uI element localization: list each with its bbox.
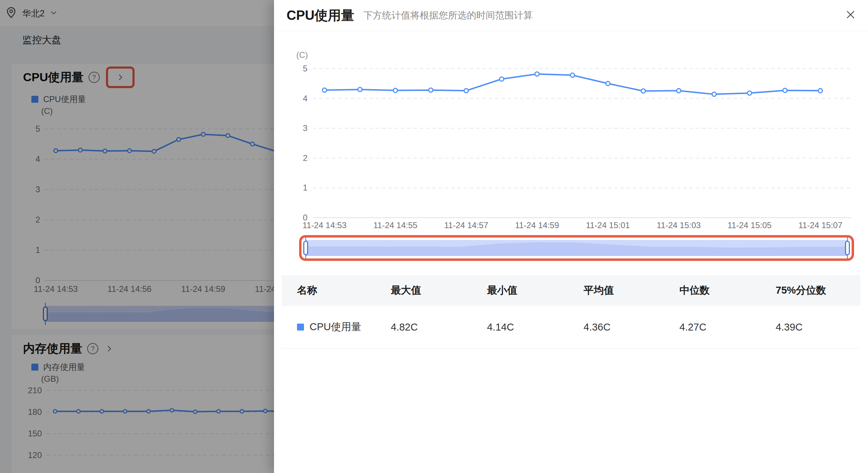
annotation-box-brush: [299, 235, 854, 261]
screen: 华北2 监控大盘 CPU使用量 CPU使用量 (C) 01234511-24 1…: [0, 0, 868, 473]
avg-value: 4.36C: [584, 321, 679, 333]
col-header-p75: 75%分位数: [776, 284, 860, 297]
col-header-min: 最小值: [487, 284, 584, 297]
svg-text:11-24 14:53: 11-24 14:53: [303, 220, 347, 230]
time-range-brush[interactable]: [306, 240, 847, 256]
svg-text:11-24 15:03: 11-24 15:03: [657, 220, 701, 230]
col-header-avg: 平均值: [584, 284, 679, 297]
svg-text:2: 2: [303, 153, 307, 163]
median-value: 4.27C: [679, 321, 776, 333]
col-header-name: 名称: [297, 284, 391, 297]
table-row: CPU使用量 4.82C 4.14C 4.36C 4.27C 4.39C: [282, 306, 860, 349]
cpu-usage-detail-chart: 01234511-24 14:5311-24 14:5511-24 14:571…: [274, 31, 868, 234]
statistics-table: 名称 最大值 最小值 平均值 中位数 75%分位数 CPU使用量 4.82C 4…: [282, 275, 860, 349]
series-name: CPU使用量: [310, 320, 361, 334]
modal-header: CPU使用量 下方统计值将根据您所选的时间范围计算: [274, 0, 868, 31]
svg-text:11-24 15:01: 11-24 15:01: [586, 220, 630, 230]
svg-text:11-24 15:07: 11-24 15:07: [798, 220, 842, 230]
svg-text:11-24 14:55: 11-24 14:55: [373, 220, 417, 230]
svg-text:4: 4: [303, 94, 307, 103]
modal-title: CPU使用量: [287, 7, 354, 24]
p75-value: 4.39C: [776, 321, 860, 333]
close-icon: [845, 9, 856, 21]
modal-subtitle: 下方统计值将根据您所选的时间范围计算: [363, 9, 533, 22]
svg-text:11-24 14:59: 11-24 14:59: [515, 220, 559, 230]
series-swatch: [297, 324, 304, 331]
close-button[interactable]: [842, 6, 859, 23]
svg-text:3: 3: [303, 123, 307, 133]
svg-text:5: 5: [303, 64, 307, 73]
col-header-max: 最大值: [391, 284, 487, 297]
svg-text:11-24 15:05: 11-24 15:05: [728, 220, 771, 230]
table-header-row: 名称 最大值 最小值 平均值 中位数 75%分位数: [282, 275, 860, 306]
max-value: 4.82C: [391, 321, 487, 333]
svg-text:11-24 14:57: 11-24 14:57: [444, 220, 488, 230]
cpu-usage-detail-modal: CPU使用量 下方统计值将根据您所选的时间范围计算 (C) 01234511-2…: [274, 0, 868, 473]
min-value: 4.14C: [487, 321, 584, 333]
svg-text:1: 1: [303, 183, 307, 192]
col-header-median: 中位数: [679, 284, 776, 297]
